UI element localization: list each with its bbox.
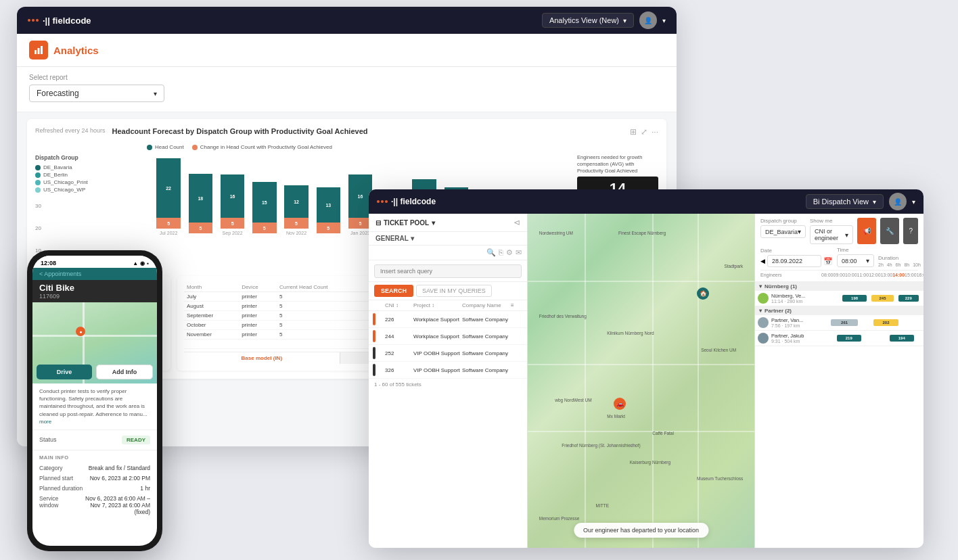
topbar-right: Analytics View (New) 👤 ▾ [542,11,666,29]
partner-expand-icon[interactable]: ▾ [759,308,762,314]
tools-button[interactable]: 🔧 [880,218,899,244]
map-pin-home: 🏠 [697,287,709,300]
map-road-v [698,214,699,548]
add-info-button[interactable]: Add Info [96,365,153,379]
more-icon[interactable]: ··· [652,127,658,137]
map-label-stadtpark: Stadtpark [724,264,743,269]
ticket-row[interactable]: 326 VIP OOBH Support Software Company [369,362,527,379]
status-indicator [373,313,375,325]
svg-rect-2 [41,46,43,54]
show-me-select[interactable]: CNI or engineer [810,225,853,244]
dispatch-view-dropdown[interactable]: Bi Dispatch View [806,194,884,209]
report-select-dropdown[interactable]: Forecasting [29,85,164,102]
map-label-museum-t: Museum Tucherschloss [697,476,743,481]
dispatch-body: ⊟ TICKET POOL ⊲ GENERAL 🔍 ⎘ ⚙ ✉ [369,214,923,548]
ticket-table-header: CNI ↕ Project ↕ Company Name ≡ [369,300,527,311]
col-company-header: Company Name [462,302,509,308]
expand-icon[interactable]: ⤢ [641,127,647,137]
slot-4h[interactable]: 4h [887,262,892,267]
engineer-row-nurnberg: Nürnberg, Ve... 11:14 · 280 km 198 245 2… [755,291,923,306]
status-field-label: Status [39,436,57,443]
svg-rect-1 [38,48,40,54]
dispatch-user-avatar[interactable]: 👤 [889,193,907,210]
col-current: Current Head Count [277,283,369,292]
date-calendar-icon[interactable]: 📅 [823,257,833,266]
ticket-row[interactable]: 226 Workplace Support Software Company [369,311,527,328]
tab-base-model[interactable]: Base model (IN) [184,352,340,364]
general-filter-badge[interactable]: GENERAL [369,232,527,246]
legend-bavaria: DE_Bavaria [35,164,143,170]
phone-map-buttons: Drive Add Info [32,360,157,383]
slot-2h[interactable]: 2h [878,262,884,267]
user-menu-chevron-icon[interactable]: ▾ [662,17,666,24]
map-background: Nordwestring UM Finest Escape Nürnberg S… [528,214,754,548]
save-query-button[interactable]: SAVE IN MY QUERIES [416,285,492,297]
copy-icon[interactable]: ⎘ [499,248,503,257]
slot-6h[interactable]: 6h [896,262,901,267]
map-label-friedhof-st: Friedhof Nürnberg (St. Johannisfriedhof) [562,443,640,448]
dispatch-group-label: Dispatch group [760,218,806,224]
search-button[interactable]: SEARCH [374,285,413,297]
chart-header: Refreshed every 24 hours Headcount Forec… [35,127,658,139]
ticket-pool-header: ⊟ TICKET POOL ⊲ [369,214,527,232]
schedule-bar-202: 202 [873,319,898,326]
email-icon[interactable]: ✉ [516,248,522,257]
engineer-avatar [758,317,769,328]
legend-dot-headcount [147,145,152,150]
date-prev-icon[interactable]: ◀ [760,258,765,264]
general-dropdown-icon [411,235,414,242]
settings-icon[interactable]: ⚙ [506,248,513,257]
schedule-bar-245: 245 [871,295,894,302]
dispatch-user-chevron-icon[interactable]: ▾ [912,198,915,206]
section-expand-icon[interactable]: ▾ [759,283,762,289]
info-row-service-window: Service window Nov 6, 2023 at 6:00 AM – … [39,495,150,515]
legend-berlin: DE_Berlin [35,172,143,178]
date-select[interactable]: 28.09.2022 [767,255,821,267]
phone-status-icons: ▲ ◉ ▪ [133,260,149,266]
partner-section-header: ▾ Partner (2) [755,306,923,315]
action-button[interactable]: 📢 [857,218,876,244]
engineer-row-partner-van: Partner, Van... 7:56 · 197 km 261 202 [755,315,923,331]
dispatch-dropdown-icon [873,197,876,206]
map-road [528,431,754,432]
bar-nov2022: 5 12 Nov 2022 [281,185,311,235]
slot-10h[interactable]: 10h [913,262,921,267]
search-icon[interactable]: 🔍 [486,248,496,257]
engineer-info: Partner, Van... 7:56 · 197 km [771,317,808,328]
schedule-bar-198: 198 [842,295,867,302]
show-me-icon [845,231,848,239]
ticket-pool-dropdown-icon[interactable] [432,219,435,227]
map-label-klinikum: Klinikum Nürnberg Nord [607,331,654,335]
bar-jul2022: 5 22 Jul 2022 [154,158,183,235]
drive-button[interactable]: Drive [37,365,92,379]
time-select[interactable]: 08:00 [837,254,874,267]
time-label: Time [837,247,874,253]
more-link[interactable]: more [39,419,51,425]
search-action-buttons: SEARCH SAVE IN MY QUERIES [369,282,527,300]
phone-status-bar: 12:08 ▲ ◉ ▪ [32,256,157,268]
ticket-pool-collapse-icon[interactable]: ⊲ [514,218,520,227]
phone-status-section: Status READY [32,430,157,450]
legend-change: Change in Head Count with Productivity G… [192,144,332,150]
ticket-row[interactable]: 244 Workplace Support Software Company [369,328,527,345]
status-indicator [373,364,375,376]
col-month: Month [184,283,239,292]
bar-sep2022: 5 16 Sep 2022 [217,174,247,235]
user-avatar[interactable]: 👤 [639,11,657,29]
dispatch-group-select[interactable]: DE_Bavaria [760,225,806,238]
map-label-kaiserburg: Kaiserburg Nürnberg [630,460,670,465]
dispatch-topbar-right: Bi Dispatch View 👤 ▾ [806,193,915,210]
view-selector-dropdown[interactable]: Analytics View (New) [542,13,634,28]
engineer-name: Partner, Van... [771,317,808,323]
help-button[interactable]: ? [903,218,918,244]
back-button[interactable]: < Appointments [39,271,81,277]
report-selector-section: Select report Forecasting [17,67,677,112]
dispatch-controls: Dispatch group DE_Bavaria Show me CNI or… [755,214,923,282]
ticket-search-input[interactable] [374,264,522,278]
phone-map-road [32,335,157,337]
filter-icon[interactable]: ⊞ [630,127,637,137]
duration-label: Duration [878,255,923,261]
ticket-row[interactable]: 252 VIP OOBH Support Software Company [369,345,527,362]
engineer-info: Partner, Jakub 9:31 · 504 km [771,333,808,344]
slot-8h[interactable]: 8h [904,262,909,267]
